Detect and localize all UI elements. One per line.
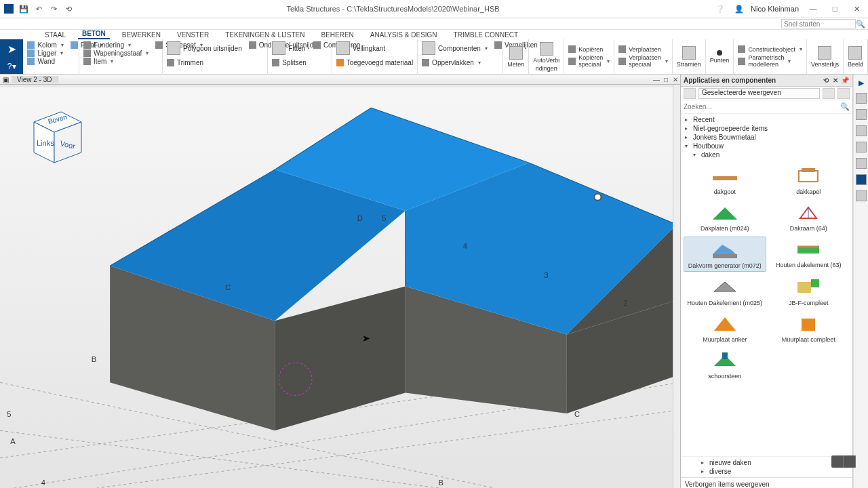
search-icon[interactable]: 🔍 xyxy=(840,102,850,111)
help-icon[interactable]: ❔ xyxy=(713,5,728,14)
btn-punten[interactable]: Punten xyxy=(706,39,734,74)
tree-recent[interactable]: ▸Recent xyxy=(681,115,852,124)
quick-start-input[interactable] xyxy=(781,19,856,28)
btn-splitsen[interactable]: Splitsen xyxy=(272,59,307,66)
save-icon[interactable]: 💾 xyxy=(19,4,28,14)
svg-rect-47 xyxy=(713,254,737,258)
close-button[interactable]: ✕ xyxy=(849,5,864,14)
panel-mode-select[interactable]: Geselecteerde weergeven xyxy=(698,88,820,99)
user-icon: 👤 xyxy=(734,5,744,14)
btn-constructieobject[interactable]: Constructieobject▾ xyxy=(738,45,802,53)
tab-bewerken[interactable]: BEWERKEN xyxy=(118,30,165,39)
btn-oppervlakken[interactable]: Oppervlakken▾ xyxy=(422,59,488,66)
tab-beheren[interactable]: BEHEREN xyxy=(317,30,357,39)
btn-wand[interactable]: Wand xyxy=(27,58,63,65)
undo-icon[interactable]: ↶ xyxy=(34,4,43,14)
redo-icon[interactable]: ↷ xyxy=(49,4,58,14)
gallery-item[interactable]: Dakraam (64) xyxy=(768,200,850,234)
panel-footer-toggle[interactable]: Verborgen items weergeven xyxy=(685,481,770,488)
component-label: JB-F-compleet xyxy=(789,300,829,306)
btn-wapening[interactable]: Wapeningsstaaf▾ xyxy=(83,49,149,57)
panel-refresh-icon[interactable]: ⟲ xyxy=(821,77,831,84)
cursor-icon[interactable]: ➤ xyxy=(7,43,16,56)
component-icon xyxy=(710,277,740,298)
tab-analysis[interactable]: ANALYSIS & DESIGN xyxy=(366,30,441,39)
tool-a-icon[interactable] xyxy=(856,93,867,104)
viewport-scrollbar[interactable] xyxy=(673,85,680,488)
component-icon xyxy=(710,165,740,187)
recording-widget[interactable] xyxy=(831,455,856,468)
btn-fitten[interactable]: Fitten xyxy=(272,41,307,55)
tool-e-icon[interactable] xyxy=(856,190,867,201)
gallery-item[interactable]: Houten Dakelement (m025) xyxy=(684,274,766,308)
btn-polygoon[interactable]: Polygoon uitsnijden xyxy=(167,41,242,55)
tab-trimble[interactable]: TRIMBLE CONNECT xyxy=(450,30,523,39)
arrow-right-icon[interactable]: ▶ xyxy=(859,79,864,87)
file-column[interactable]: ➤ ?▾ xyxy=(0,39,23,74)
tree-houtbouw[interactable]: ▾Houtbouw xyxy=(681,142,852,150)
gallery-item[interactable]: dakkapel xyxy=(768,163,850,197)
gallery-item[interactable]: Dakvorm generator (m072) xyxy=(684,237,766,272)
gallery-item[interactable]: dakgoot xyxy=(684,163,766,197)
btn-ligger[interactable]: Ligger▾ xyxy=(27,49,63,57)
view-tab[interactable]: View 2 - 3D xyxy=(12,76,58,83)
tool-b-icon[interactable] xyxy=(856,109,867,120)
gear-icon[interactable] xyxy=(856,158,867,169)
btn-item[interactable]: Item▾ xyxy=(83,58,149,65)
tool-c-icon[interactable] xyxy=(856,125,867,136)
tab-venster[interactable]: VENSTER xyxy=(173,30,213,39)
btn-verplaatsen[interactable]: Verplaatsen xyxy=(618,45,661,53)
btn-kolom[interactable]: Kolom▾ xyxy=(27,41,63,49)
history-icon[interactable]: ⟲ xyxy=(64,4,73,14)
view-cube[interactable]: Boven Links Voor xyxy=(14,98,680,488)
tool-d-icon[interactable] xyxy=(856,142,867,152)
help-menu-icon[interactable]: ?▾ xyxy=(7,62,16,71)
component-label: Dakplaten (m024) xyxy=(701,225,749,232)
panel-expand-icon[interactable] xyxy=(837,88,850,99)
tree-nieuwe[interactable]: ▸nieuwe daken xyxy=(681,458,852,467)
panel-search-input[interactable] xyxy=(684,103,840,110)
view-close-icon[interactable]: ✕ xyxy=(671,76,680,83)
btn-vellingkant[interactable]: Vellingkant xyxy=(336,41,413,55)
gallery-item[interactable]: schoorsteen xyxy=(684,348,766,382)
minimize-button[interactable]: — xyxy=(806,5,821,13)
tab-staal[interactable]: STAAL xyxy=(41,30,70,39)
tab-beton[interactable]: BETON xyxy=(78,29,110,39)
btn-componenten[interactable]: Componenten▾ xyxy=(422,41,488,55)
btn-vensterlijst[interactable]: Vensterlijs xyxy=(807,39,844,74)
3d-viewport[interactable]: A B C D 5 4 3 2 4 5 B C ➤ xyxy=(0,85,680,488)
tab-tekeningen[interactable]: TEKENINGEN & LIJSTEN xyxy=(221,30,309,39)
gallery-item[interactable]: Houten dakelement (63) xyxy=(768,237,850,272)
panel-pin-icon[interactable]: 📌 xyxy=(840,77,850,84)
panel-list-icon[interactable] xyxy=(823,88,835,99)
btn-verplaatsen-speciaal[interactable]: Verplaatsenspeciaal▾ xyxy=(618,54,668,68)
view-min-icon[interactable]: — xyxy=(652,76,661,83)
component-label: Dakvorm generator (m072) xyxy=(688,262,762,269)
search-icon[interactable]: 🔍 xyxy=(856,20,865,28)
btn-beeld[interactable]: Beeld xyxy=(844,39,868,74)
components-icon[interactable] xyxy=(856,174,867,185)
btn-toegevoegd[interactable]: Toegevoegd materiaal xyxy=(336,59,413,66)
gallery-item[interactable]: Muurplaat anker xyxy=(684,311,766,345)
btn-trimmen[interactable]: Trimmen xyxy=(167,59,242,66)
view-max-icon[interactable]: □ xyxy=(661,76,671,83)
btn-kopieren[interactable]: Kopiëren xyxy=(568,45,603,53)
btn-fundering[interactable]: Fundering▾ xyxy=(83,41,149,49)
btn-stramien[interactable]: Stramien xyxy=(673,39,706,74)
tree-ungrouped[interactable]: ▸Niet-gegroepeerde items xyxy=(681,124,852,133)
tree-daken[interactable]: ▾daken xyxy=(681,150,852,159)
svg-rect-57 xyxy=(722,352,728,359)
tree-diverse[interactable]: ▸diverse xyxy=(681,467,852,476)
window-title: Tekla Structures - C:\TeklaStructuresMod… xyxy=(73,5,713,13)
panel-grid-icon[interactable] xyxy=(684,88,696,99)
tree-jonkers[interactable]: ▸Jonkers Bouwmetaal xyxy=(681,133,852,142)
panel-close-icon[interactable]: ✕ xyxy=(831,77,840,84)
maximize-button[interactable]: □ xyxy=(827,5,842,13)
btn-kopieren-speciaal[interactable]: Kopiërenspeciaal▾ xyxy=(568,54,610,68)
gallery-item[interactable]: Dakplaten (m024) xyxy=(684,200,766,234)
btn-meten[interactable]: Meten xyxy=(503,39,529,74)
btn-autoverb[interactable]: AutoVerbindingen xyxy=(529,39,564,74)
gallery-item[interactable]: JB-F-compleet xyxy=(768,274,850,308)
gallery-item[interactable]: Muurplaat compleet xyxy=(768,311,850,345)
btn-parametrisch[interactable]: Parametrischmodelleren▾ xyxy=(738,54,791,68)
